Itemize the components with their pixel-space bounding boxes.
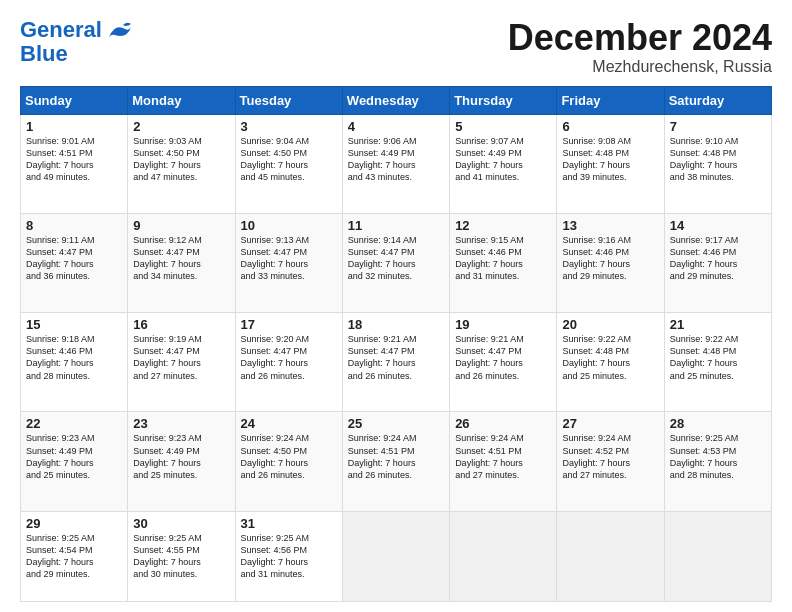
col-header-saturday: Saturday [664,86,771,114]
calendar-cell: 7Sunrise: 9:10 AMSunset: 4:48 PMDaylight… [664,114,771,213]
day-number: 11 [348,218,444,233]
day-number: 31 [241,516,337,531]
day-info: Sunrise: 9:24 AMSunset: 4:52 PMDaylight:… [562,432,658,481]
day-info: Sunrise: 9:25 AMSunset: 4:54 PMDaylight:… [26,532,122,581]
day-number: 15 [26,317,122,332]
day-info: Sunrise: 9:16 AMSunset: 4:46 PMDaylight:… [562,234,658,283]
title-section: December 2024 Mezhdurechensk, Russia [508,18,772,76]
col-header-tuesday: Tuesday [235,86,342,114]
calendar-cell: 2Sunrise: 9:03 AMSunset: 4:50 PMDaylight… [128,114,235,213]
calendar-cell [664,511,771,601]
col-header-thursday: Thursday [450,86,557,114]
col-header-friday: Friday [557,86,664,114]
calendar-week-row: 15Sunrise: 9:18 AMSunset: 4:46 PMDayligh… [21,313,772,412]
calendar-cell: 14Sunrise: 9:17 AMSunset: 4:46 PMDayligh… [664,213,771,312]
calendar-week-row: 22Sunrise: 9:23 AMSunset: 4:49 PMDayligh… [21,412,772,511]
calendar-week-row: 8Sunrise: 9:11 AMSunset: 4:47 PMDaylight… [21,213,772,312]
day-number: 27 [562,416,658,431]
day-info: Sunrise: 9:10 AMSunset: 4:48 PMDaylight:… [670,135,766,184]
calendar-cell: 1Sunrise: 9:01 AMSunset: 4:51 PMDaylight… [21,114,128,213]
calendar-cell: 24Sunrise: 9:24 AMSunset: 4:50 PMDayligh… [235,412,342,511]
calendar-cell: 18Sunrise: 9:21 AMSunset: 4:47 PMDayligh… [342,313,449,412]
logo-blue: Blue [20,41,68,66]
day-info: Sunrise: 9:06 AMSunset: 4:49 PMDaylight:… [348,135,444,184]
day-info: Sunrise: 9:24 AMSunset: 4:51 PMDaylight:… [455,432,551,481]
calendar-week-row: 1Sunrise: 9:01 AMSunset: 4:51 PMDaylight… [21,114,772,213]
calendar-cell: 20Sunrise: 9:22 AMSunset: 4:48 PMDayligh… [557,313,664,412]
calendar-cell: 28Sunrise: 9:25 AMSunset: 4:53 PMDayligh… [664,412,771,511]
day-number: 17 [241,317,337,332]
day-number: 25 [348,416,444,431]
day-info: Sunrise: 9:08 AMSunset: 4:48 PMDaylight:… [562,135,658,184]
calendar-cell: 31Sunrise: 9:25 AMSunset: 4:56 PMDayligh… [235,511,342,601]
col-header-sunday: Sunday [21,86,128,114]
calendar-week-row: 29Sunrise: 9:25 AMSunset: 4:54 PMDayligh… [21,511,772,601]
day-info: Sunrise: 9:23 AMSunset: 4:49 PMDaylight:… [26,432,122,481]
day-number: 23 [133,416,229,431]
day-number: 3 [241,119,337,134]
day-info: Sunrise: 9:21 AMSunset: 4:47 PMDaylight:… [455,333,551,382]
day-info: Sunrise: 9:04 AMSunset: 4:50 PMDaylight:… [241,135,337,184]
logo-text: General Blue [20,18,133,66]
month-title: December 2024 [508,18,772,58]
calendar-cell: 21Sunrise: 9:22 AMSunset: 4:48 PMDayligh… [664,313,771,412]
calendar-cell: 10Sunrise: 9:13 AMSunset: 4:47 PMDayligh… [235,213,342,312]
day-info: Sunrise: 9:17 AMSunset: 4:46 PMDaylight:… [670,234,766,283]
calendar-cell: 25Sunrise: 9:24 AMSunset: 4:51 PMDayligh… [342,412,449,511]
calendar-cell: 15Sunrise: 9:18 AMSunset: 4:46 PMDayligh… [21,313,128,412]
day-number: 4 [348,119,444,134]
calendar-header-row: SundayMondayTuesdayWednesdayThursdayFrid… [21,86,772,114]
day-number: 28 [670,416,766,431]
day-number: 21 [670,317,766,332]
day-info: Sunrise: 9:23 AMSunset: 4:49 PMDaylight:… [133,432,229,481]
day-number: 29 [26,516,122,531]
day-number: 2 [133,119,229,134]
calendar-cell: 4Sunrise: 9:06 AMSunset: 4:49 PMDaylight… [342,114,449,213]
calendar-table: SundayMondayTuesdayWednesdayThursdayFrid… [20,86,772,602]
calendar-cell: 17Sunrise: 9:20 AMSunset: 4:47 PMDayligh… [235,313,342,412]
calendar-cell: 9Sunrise: 9:12 AMSunset: 4:47 PMDaylight… [128,213,235,312]
calendar-cell: 27Sunrise: 9:24 AMSunset: 4:52 PMDayligh… [557,412,664,511]
day-number: 14 [670,218,766,233]
day-info: Sunrise: 9:25 AMSunset: 4:55 PMDaylight:… [133,532,229,581]
day-info: Sunrise: 9:25 AMSunset: 4:56 PMDaylight:… [241,532,337,581]
calendar-cell: 22Sunrise: 9:23 AMSunset: 4:49 PMDayligh… [21,412,128,511]
day-info: Sunrise: 9:25 AMSunset: 4:53 PMDaylight:… [670,432,766,481]
calendar-cell: 8Sunrise: 9:11 AMSunset: 4:47 PMDaylight… [21,213,128,312]
calendar-cell: 5Sunrise: 9:07 AMSunset: 4:49 PMDaylight… [450,114,557,213]
calendar-cell: 6Sunrise: 9:08 AMSunset: 4:48 PMDaylight… [557,114,664,213]
day-number: 8 [26,218,122,233]
day-info: Sunrise: 9:20 AMSunset: 4:47 PMDaylight:… [241,333,337,382]
day-number: 16 [133,317,229,332]
day-info: Sunrise: 9:22 AMSunset: 4:48 PMDaylight:… [670,333,766,382]
calendar-cell: 30Sunrise: 9:25 AMSunset: 4:55 PMDayligh… [128,511,235,601]
calendar-cell: 19Sunrise: 9:21 AMSunset: 4:47 PMDayligh… [450,313,557,412]
calendar-cell: 26Sunrise: 9:24 AMSunset: 4:51 PMDayligh… [450,412,557,511]
day-info: Sunrise: 9:11 AMSunset: 4:47 PMDaylight:… [26,234,122,283]
day-number: 22 [26,416,122,431]
day-info: Sunrise: 9:12 AMSunset: 4:47 PMDaylight:… [133,234,229,283]
calendar-cell [450,511,557,601]
day-number: 24 [241,416,337,431]
calendar-cell: 23Sunrise: 9:23 AMSunset: 4:49 PMDayligh… [128,412,235,511]
day-number: 10 [241,218,337,233]
day-number: 12 [455,218,551,233]
day-info: Sunrise: 9:07 AMSunset: 4:49 PMDaylight:… [455,135,551,184]
day-number: 1 [26,119,122,134]
day-info: Sunrise: 9:03 AMSunset: 4:50 PMDaylight:… [133,135,229,184]
day-info: Sunrise: 9:01 AMSunset: 4:51 PMDaylight:… [26,135,122,184]
day-info: Sunrise: 9:14 AMSunset: 4:47 PMDaylight:… [348,234,444,283]
day-number: 9 [133,218,229,233]
day-number: 19 [455,317,551,332]
day-number: 18 [348,317,444,332]
calendar-cell: 13Sunrise: 9:16 AMSunset: 4:46 PMDayligh… [557,213,664,312]
day-info: Sunrise: 9:24 AMSunset: 4:50 PMDaylight:… [241,432,337,481]
calendar-cell: 29Sunrise: 9:25 AMSunset: 4:54 PMDayligh… [21,511,128,601]
col-header-wednesday: Wednesday [342,86,449,114]
day-number: 26 [455,416,551,431]
page: General Blue December 2024 Mezhdurechens… [0,0,792,612]
calendar-cell: 11Sunrise: 9:14 AMSunset: 4:47 PMDayligh… [342,213,449,312]
day-number: 6 [562,119,658,134]
header: General Blue December 2024 Mezhdurechens… [20,18,772,76]
calendar-cell [557,511,664,601]
